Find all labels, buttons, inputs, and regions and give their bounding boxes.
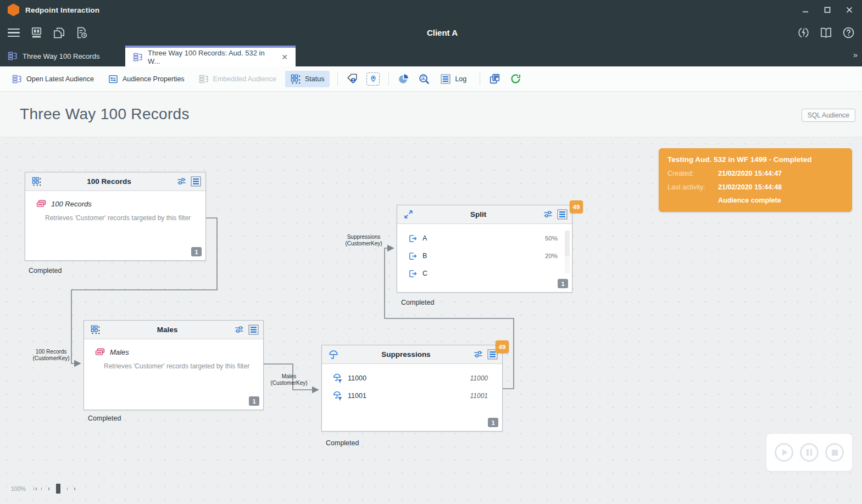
pie-chart-button[interactable] [393,70,413,88]
tag-user-icon [346,73,358,85]
embedded-audience-button: Embedded Audience [193,71,282,87]
page-header: Three Way 100 Records SQL Audience [0,92,862,137]
zoom-control[interactable]: 100% [11,483,75,494]
tabbar: Three Way 100 Records Three Way 100 Reco… [0,46,862,66]
run-status-panel: Testing Aud. 532 in WF 1499 - Completed … [659,148,852,212]
node-split[interactable]: 49 Split [397,205,572,293]
status-button[interactable]: Status [285,71,330,87]
dashboard-cards-icon[interactable] [30,26,43,40]
node-title: 100 Records [41,177,177,186]
node-log-icon[interactable] [248,324,259,335]
node-status-label: Completed [29,267,62,275]
node-settings-icon[interactable] [235,325,244,334]
node-title: Suppressions [338,350,474,359]
created-value: 21/02/2020 15:44:47 [718,170,782,177]
interaction-flash-icon[interactable] [797,26,810,39]
node-suppressions[interactable]: 49 Suppressions [321,345,503,432]
hamburger-menu-icon[interactable] [7,26,20,40]
pause-button[interactable] [800,443,819,462]
run-status-title: Testing Aud. 532 in WF 1499 - Completed [668,155,843,164]
documentation-book-icon[interactable] [820,26,832,39]
page-title: Three Way 100 Records [20,105,190,123]
node-settings-icon[interactable] [543,210,553,219]
workflow-canvas[interactable]: Suppressions(CustomerKey) 100 Records(Cu… [0,137,862,504]
output-arrow-icon [408,251,418,261]
node-log-icon[interactable] [191,176,201,187]
toolbar: Open Latest Audience Audience Properties… [0,66,862,92]
filter-description: Retrieves 'Customer' records targeted by… [104,362,254,370]
node-status-label: Completed [326,439,359,447]
last-activity-label: Last activity: [668,183,718,191]
audience-properties-button[interactable]: Audience Properties [103,71,190,87]
edge-label-to-males: 100 Records(CustomerKey) [24,349,79,362]
maximize-icon[interactable] [824,6,831,14]
run-count-badge: 49 [570,200,583,213]
refresh-button[interactable] [505,70,525,88]
log-button[interactable]: Log [435,71,472,87]
created-label: Created: [668,170,718,177]
playback-panel [766,434,852,471]
edge-label-to-suppressions: Males(CustomerKey) [267,373,311,387]
node-100-records[interactable]: 100 Records 100 Records [25,172,206,261]
umbrella-icon [329,350,338,360]
node-log-icon[interactable] [557,209,568,220]
documents-icon[interactable] [52,26,65,40]
zoom-slider-handle[interactable] [56,484,60,494]
filter-name: 100 Records [51,200,92,208]
node-males[interactable]: Males Males Ret [84,320,264,410]
count-badge: 1 [488,418,498,427]
scheduled-document-icon[interactable] [75,26,88,40]
search-chart-icon [418,73,430,85]
refresh-icon [510,73,521,85]
tab-label: Three Way 100 Records: Aud. 532 in W... [148,49,276,65]
node-title: Split [413,210,543,219]
filter-description: Retrieves 'Customer' records targeted by… [45,214,197,222]
last-activity-value: 21/02/2020 15:44:48 [718,183,782,191]
node-settings-icon[interactable] [177,177,186,186]
open-latest-audience-button[interactable]: Open Latest Audience [7,71,99,87]
node-settings-icon[interactable] [474,350,483,359]
close-icon[interactable] [846,6,853,14]
audience-tag-button[interactable] [342,70,362,88]
copy-snapshot-button[interactable] [485,70,504,88]
search-insights-button[interactable] [414,70,434,88]
suppression-row[interactable]: 11000 11000 [322,369,502,387]
window-titlebar: Redpoint Interaction [0,0,862,20]
filter-cards-icon [36,199,46,209]
properties-panel-icon [108,74,118,84]
copy-pages-icon [489,73,500,85]
minimize-icon[interactable] [802,6,809,14]
location-button[interactable] [363,70,383,88]
split-output-row[interactable]: A 50% [397,229,572,247]
node-status-label: Completed [88,415,121,422]
app-title: Redpoint Interaction [25,6,99,14]
count-badge: 1 [249,396,259,406]
toolbar-separator [388,72,389,86]
split-output-row[interactable]: B 20% [397,247,572,265]
tab-label: Three Way 100 Records [23,52,99,60]
node-scrollbar[interactable] [565,231,570,273]
count-badge: 1 [558,279,568,288]
tab-three-way-100-records[interactable]: Three Way 100 Records [0,46,125,66]
filter-name: Males [110,348,129,356]
zoom-level: 100% [11,485,26,492]
status-grid-icon [291,74,301,84]
play-button[interactable] [775,443,793,462]
tab-close-icon[interactable]: ✕ [281,53,288,61]
menubar: Client A [0,20,862,46]
node-status-label: Completed [401,299,434,306]
split-expand-icon[interactable] [404,210,413,219]
audience-grid-icon [91,325,100,334]
node-title: Males [100,326,235,334]
output-arrow-icon [408,234,418,243]
tab-overflow-chevron-icon[interactable]: » [853,50,857,59]
edge-label-to-split: Suppressions(CustomerKey) [336,234,391,247]
output-arrow-icon [408,269,418,278]
split-output-row[interactable]: C [397,265,572,282]
tab-three-way-100-records-audience[interactable]: Three Way 100 Records: Aud. 532 in W... … [125,46,296,66]
stop-button[interactable] [825,443,844,462]
help-icon[interactable] [842,26,855,39]
suppression-row[interactable]: 11001 11001 [322,387,502,405]
redpoint-logo [8,4,19,16]
count-badge: 1 [191,247,202,256]
